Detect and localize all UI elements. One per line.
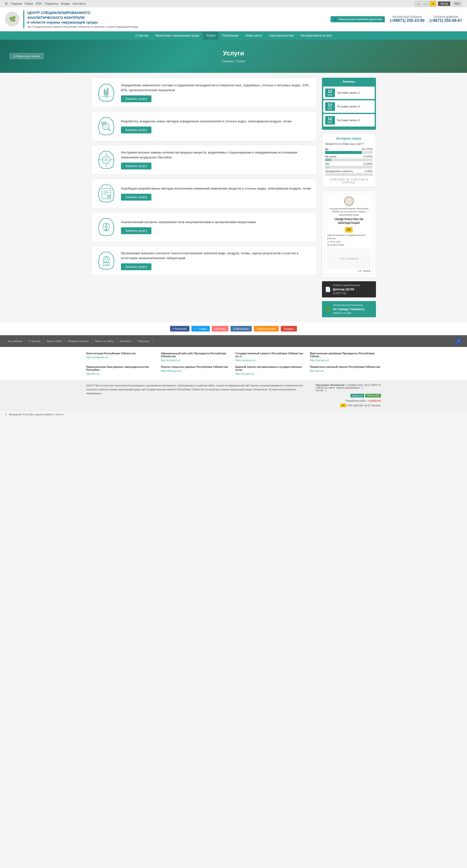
contrast-icon[interactable]: ☀ xyxy=(430,1,436,6)
hamburger-icon[interactable]: ☰ xyxy=(5,2,8,5)
announcement-item-1[interactable]: 12 июл Тестовая запись 5 xyxy=(323,87,375,99)
footer-links: Конституция Республики Узбекистан http:/… xyxy=(0,347,467,380)
main-navigation: О Центре Мониторинг окружающей среды Усл… xyxy=(0,31,467,40)
service-text-2: Разработка, внедрение новых методов опре… xyxy=(121,119,312,124)
accreditation-badge: АТ xyxy=(345,227,353,232)
contact-info: КОНТАКТНЫЙ ТЕЛЕФОН (+99871) 255-23-89 ТЕ… xyxy=(390,16,462,23)
accreditation-signature: О.Б. Умаров xyxy=(327,270,371,272)
announcement-item-3[interactable]: 12 июл Тестовая запись 3 xyxy=(323,114,375,126)
order-button-1[interactable]: Заказать услугу xyxy=(121,95,151,102)
content-wrapper: Определение химического состава и содерж… xyxy=(86,78,381,317)
pdf-icon: 📄 xyxy=(325,286,331,292)
onec-info: 1С Сайт работает на 1С Битрикс xyxy=(340,404,381,407)
header-title-block: ЦЕНТР СПЕЦИАЛИЗИРОВАННОГО АНАЛИТИЧЕСКОГО… xyxy=(23,10,138,28)
footer-col-6: Портал открытых данных Республики Узбеки… xyxy=(161,365,232,375)
nav-monitoring[interactable]: Мониторинг окружающей среды xyxy=(152,31,203,40)
nav-subscribe[interactable]: Подписка xyxy=(45,2,58,5)
login-button[interactable]: ВХОД xyxy=(438,1,450,6)
footer-col-7: Единый портал интерактивных государствен… xyxy=(235,365,306,375)
trust-phone-block: ТЕЛЕФОН ДОВЕРИЯ (+9871) 255-08-67 xyxy=(430,16,462,23)
service-info-1: Определение химического состава и содерж… xyxy=(121,83,312,102)
svg-point-37 xyxy=(105,257,108,260)
nav-home[interactable]: Главная xyxy=(10,2,22,5)
nav-rss[interactable]: RSS xyxy=(36,2,42,5)
service-icon-1 xyxy=(96,83,116,102)
order-button-5[interactable]: Заказать услугу xyxy=(121,227,151,234)
footer-nav-contacts[interactable]: Контакты xyxy=(117,339,135,343)
footer-bottom-inner: 2018 © При полном или частичном использо… xyxy=(86,384,381,407)
header-left: 🌿 ЦЕНТР СПЕЦИАЛИЗИРОВАННОГО АНАЛИТИЧЕСКО… xyxy=(5,10,138,28)
sidebar: Анонсы 12 июл Тестовая запись 5 12 июл Т… xyxy=(322,78,376,317)
nav-search-link[interactable]: Поиск xyxy=(25,2,33,5)
nav-infocenter[interactable]: Инфо центр xyxy=(242,31,265,40)
footer-nav-sitemap[interactable]: Карта сайта xyxy=(44,339,65,343)
svg-point-34 xyxy=(106,224,107,225)
footer-link-8-1[interactable]: http://gov.uz/ xyxy=(310,370,381,372)
hero-section: 🖨 Версия для печати Услуги Главная » Усл… xyxy=(0,40,467,73)
vk-icon: в xyxy=(233,327,235,330)
footer-nav-home[interactable]: На главную xyxy=(5,339,26,343)
virtual-reception-btn[interactable]: 👤 Виртуальная приёмная директора xyxy=(330,16,385,22)
site-logo: 🌿 xyxy=(5,12,20,27)
doc-link-1[interactable]: 📄 Отчёты о деятельности Доклад ЦСАК за 2… xyxy=(322,281,376,298)
print-button[interactable]: 🖨 Версия для печати xyxy=(10,53,43,59)
share-facebook[interactable]: f Facebook xyxy=(170,326,189,332)
counter-badge-2: PKM №150 xyxy=(365,394,381,398)
share-googleplus[interactable]: Google+ xyxy=(281,326,297,332)
footer-link-2-1[interactable]: http://president.uz xyxy=(161,359,232,362)
svg-rect-2 xyxy=(104,89,105,95)
svg-rect-23 xyxy=(102,189,111,199)
footer-link-6-1[interactable]: https://data.gov.uz/ xyxy=(161,370,232,372)
footer-link-7-1[interactable]: https://my.gov.uz/ xyxy=(235,372,306,375)
footer-link-3-1[interactable]: https://uznature.uz xyxy=(235,359,306,362)
service-info-2: Разработка, внедрение новых методов опре… xyxy=(121,119,312,134)
share-vkontakte[interactable]: в ВКонтакте xyxy=(230,326,252,332)
list-view-icon[interactable]: ◁ xyxy=(415,1,421,6)
main-column: Определение химического состава и содерж… xyxy=(91,78,317,317)
footer-col-4-title: Виртуальная приёмная Президента Республи… xyxy=(310,352,381,358)
footer-links-grid: Конституция Республики Узбекистан http:/… xyxy=(86,352,381,375)
nav-legislation[interactable]: Законодательство xyxy=(265,31,297,40)
accreditation-widget[interactable]: ✦ Государственный комитет Республики Узб… xyxy=(322,191,376,278)
svg-point-17 xyxy=(105,159,107,161)
breadcrumb: Главная » Услуги xyxy=(5,60,462,63)
developer-name: ✦ pixelcraft xyxy=(367,399,381,402)
order-button-2[interactable]: Заказать услугу xyxy=(121,126,151,133)
order-button-6[interactable]: Заказать услугу xyxy=(121,264,151,270)
footer-facebook-icon[interactable]: f xyxy=(455,338,462,344)
nav-interactive[interactable]: Интерактивные услуги xyxy=(297,31,335,40)
share-odnoklassniki[interactable]: Одноклассники xyxy=(254,326,279,332)
error-report-text[interactable]: Внимание! Если Вы нашли ошибку в тексте. xyxy=(9,413,64,416)
announcement-item-2[interactable]: 12 июл Тестовая запись 4 xyxy=(323,100,375,113)
warning-icon: ⚠ xyxy=(5,413,7,416)
footer-nav-faq[interactable]: Вопросы-ответы xyxy=(65,339,92,343)
footer-link-5-1[interactable]: http://lex.uz/ xyxy=(86,372,157,375)
doc-link-2[interactable]: 🌿 Экологический бюллетень по городу Ташк… xyxy=(322,301,376,317)
service-info-5: Аналитический контроль загрязнения почв … xyxy=(121,220,312,235)
footer-nav-subscribe[interactable]: Подписка xyxy=(135,339,153,343)
ann-date-1: 12 июл xyxy=(325,89,335,97)
trust-label: ТЕЛЕФОН ДОВЕРИЯ xyxy=(433,16,458,19)
share-moimir[interactable]: Мой мир xyxy=(212,326,229,332)
order-button-3[interactable]: Заказать услугу xyxy=(121,162,151,169)
service-info-6: Организация внешнего контроля точности в… xyxy=(121,251,312,270)
nav-publications[interactable]: Публикации xyxy=(218,31,242,40)
footer-nav-search[interactable]: Поиск по сайту xyxy=(92,339,117,343)
footer-col-3-title: Государственный комитет Республики Узбек… xyxy=(235,352,306,358)
footer-link-4-1[interactable]: https://pm.gov.uz/ xyxy=(310,359,381,362)
doc-text-2: Экологический бюллетень по городу Ташкен… xyxy=(333,304,365,315)
nav-forum[interactable]: Форум xyxy=(61,2,70,5)
order-button-4[interactable]: Заказать услугу xyxy=(121,194,151,200)
share-twitter[interactable]: 🐦 Twitter xyxy=(192,326,210,332)
footer-link-1-1[interactable]: http://constitution.uz xyxy=(86,356,157,359)
grid-view-icon[interactable]: ▭ xyxy=(422,1,429,6)
language-button[interactable]: РУС xyxy=(452,1,462,6)
footer-nav-about[interactable]: О Центре xyxy=(26,339,44,343)
service-text-4: Апробация разработанных методик выполнен… xyxy=(121,186,312,191)
footer-meta: Последнее обновление: 1 Ноября 2018, 18:… xyxy=(316,384,381,407)
nav-contacts[interactable]: Контакты xyxy=(73,2,86,5)
nav-services[interactable]: Услуги xyxy=(203,31,218,40)
nav-about[interactable]: О Центре xyxy=(132,31,152,40)
service-icon-5 xyxy=(96,217,116,237)
reception-icon: 👤 xyxy=(333,18,337,21)
